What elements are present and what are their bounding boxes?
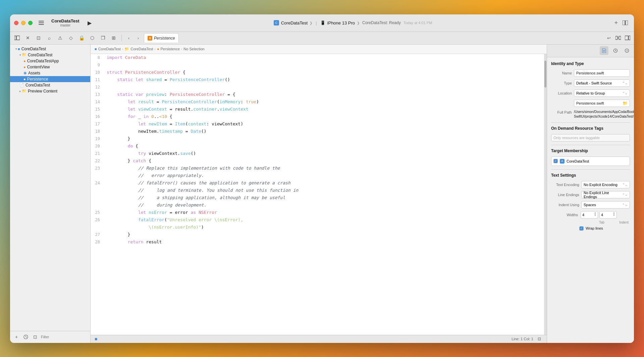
line-number: 24 (91, 179, 104, 187)
source-control-button[interactable]: ⬡ (88, 34, 97, 42)
type-value: Default - Swift Source (576, 81, 612, 85)
add-file-button[interactable]: + (13, 333, 20, 341)
tab-width-field[interactable]: 4 ▲ ▼ (581, 211, 598, 219)
breakpoints-button[interactable]: ⊡ (34, 34, 43, 42)
debug-button[interactable]: 🔒 (77, 34, 86, 42)
inspector-tabs: ? (547, 45, 634, 57)
line-number: 16 (91, 113, 104, 120)
history-inspector-tab[interactable] (611, 46, 620, 55)
tab-width-value: 4 (582, 213, 584, 217)
status-bar-button[interactable]: ⊡ (536, 336, 543, 342)
test-button[interactable]: ◇ (66, 34, 75, 42)
warnings-button[interactable]: ✕ (23, 34, 32, 42)
stepper-up-icon[interactable]: ▲ (613, 212, 615, 214)
indent-using-row: Indent Using Spaces ⌃⌄ (551, 201, 630, 209)
inspector-toggle-button[interactable] (624, 34, 631, 42)
close-button[interactable] (14, 21, 18, 25)
breadcrumb-file[interactable]: ● Persistence (157, 47, 180, 51)
scheme-selector[interactable]: C CoreDataTest ❯ | 📱 iPhone 13 Pro ❯ (274, 20, 360, 25)
navigator-button[interactable] (13, 34, 21, 42)
tab-width-stepper[interactable]: ▲ ▼ (594, 212, 596, 218)
swift-file-icon: ● (23, 59, 26, 63)
related-files-button[interactable]: ↩ (605, 34, 612, 42)
sidebar-item-coredatatest-xcdatamodel[interactable]: 📄 CoreDataTest (10, 82, 90, 88)
status-indicator: ■ (95, 336, 97, 342)
line-endings-dropdown[interactable]: No Explicit Line Endings ⌃⌄ (581, 191, 630, 198)
type-dropdown[interactable]: Default - Swift Source ⌃⌄ (574, 79, 630, 87)
breadcrumb-label: CoreDataTest (98, 47, 121, 51)
help-inspector-tab[interactable]: ? (623, 46, 631, 55)
sidebar-item-label: CoreDataTest (28, 53, 52, 57)
play-button[interactable]: ▶ (85, 19, 94, 26)
target-name: CoreDataTest (567, 159, 589, 163)
line-number: 21 (91, 150, 104, 157)
line-content: // Replace this implementation with code… (104, 165, 544, 179)
sidebar-item-coredatatest-folder[interactable]: ▾ 📁 CoreDataTest (10, 52, 90, 58)
svg-text:?: ? (626, 49, 628, 53)
line-number: 13 (91, 91, 104, 98)
maximize-button[interactable] (28, 21, 33, 25)
line-number: 25 (91, 209, 104, 216)
hierarchy-button[interactable]: ⊡ (32, 333, 39, 341)
line-content: do { (104, 142, 544, 150)
warnings-triangle-button[interactable]: ⚠ (56, 34, 64, 42)
filter-input[interactable] (41, 334, 88, 340)
target-section-title: Target Membership (551, 148, 630, 153)
devices-button[interactable]: ⊞ (109, 34, 118, 42)
add-tab-button[interactable]: + (611, 19, 621, 26)
separator-2 (551, 145, 630, 145)
main-content: ▾ ■ CoreDataTest ▾ 📁 CoreDataTest ● Core… (10, 45, 634, 343)
scrollbar[interactable] (544, 54, 547, 335)
project-name: CoreDataTest (51, 18, 79, 23)
device-icon: 📱 (320, 20, 325, 25)
forward-button[interactable]: › (135, 34, 142, 42)
back-button[interactable]: ‹ (125, 34, 132, 42)
target-item-coredatatest[interactable]: ✓ A CoreDataTest (553, 159, 628, 164)
target-checkbox[interactable]: ✓ (553, 159, 558, 163)
stepper-up-icon[interactable]: ▲ (594, 212, 596, 214)
sidebar-item-assets[interactable]: ◉ Assets (10, 70, 90, 76)
memory-button[interactable]: ❒ (99, 34, 107, 42)
sidebar-item-preview-content[interactable]: ▸ 📁 Preview Content (10, 88, 90, 94)
sidebar-item-contentview[interactable]: ● ContentView (10, 64, 90, 70)
line-number: 27 (91, 231, 104, 238)
folder-icon: 📁 (124, 47, 129, 51)
sidebar-toggle-button[interactable] (37, 19, 46, 26)
minimize-button[interactable] (21, 21, 25, 25)
titlebar: CoreDataTest master ▶ C CoreDataTest ❯ |… (10, 14, 634, 32)
full-path-label: Full Path (551, 110, 572, 114)
file-inspector-tab[interactable] (600, 46, 608, 55)
device-separator: | (316, 20, 317, 25)
swift-icon: ● (157, 47, 159, 51)
recent-files-button[interactable] (22, 333, 30, 341)
encoding-dropdown[interactable]: No Explicit Encoding ⌃⌄ (581, 181, 630, 188)
breadcrumb-folder[interactable]: 📁 CoreDataTest (124, 47, 153, 51)
sidebar-item-label: ContentView (27, 65, 50, 69)
indent-width-stepper[interactable]: ▲ ▼ (613, 212, 615, 218)
breadcrumb-project[interactable]: ■ CoreDataTest (95, 47, 121, 51)
file-field[interactable]: Persistence.swift 📁 (574, 100, 630, 107)
persistence-tab[interactable]: S Persistence (144, 33, 179, 43)
code-content[interactable]: 8 import CoreData 9 10 struct Persistenc… (91, 54, 544, 335)
code-editor[interactable]: 8 import CoreData 9 10 struct Persistenc… (91, 54, 547, 335)
indent-width-field[interactable]: 4 ▲ ▼ (599, 211, 617, 219)
sidebar-item-persistence[interactable]: ● Persistence (10, 76, 90, 82)
split-editor-button[interactable] (621, 19, 630, 26)
line-content: // fatalError() causes the application t… (104, 179, 544, 209)
wrap-lines-checkbox[interactable]: ✓ (579, 226, 584, 231)
stepper-down-icon[interactable]: ▼ (613, 214, 615, 216)
name-field[interactable]: Persistence.swift (574, 69, 630, 77)
sidebar-item-coredatatest-project[interactable]: ▾ ■ CoreDataTest (10, 46, 90, 52)
sidebar-item-coredatatestapp[interactable]: ● CoreDataTestApp (10, 58, 90, 64)
code-review-button[interactable] (614, 34, 622, 42)
toolbar-separator (121, 35, 122, 41)
tags-field[interactable]: Only resources are taggable (551, 134, 630, 141)
tab-sub-label: Tab (599, 221, 604, 224)
widths-label: Widths (551, 213, 578, 217)
breadcrumb-selection[interactable]: No Selection (183, 47, 204, 51)
indent-using-dropdown[interactable]: Spaces ⌃⌄ (581, 201, 630, 209)
search-button[interactable]: ⌕ (45, 34, 54, 42)
stepper-down-icon[interactable]: ▼ (594, 214, 596, 216)
breadcrumb: ■ CoreDataTest › 📁 CoreDataTest › ● Pers… (91, 45, 547, 54)
location-dropdown[interactable]: Relative to Group ⌃⌄ (574, 90, 630, 97)
